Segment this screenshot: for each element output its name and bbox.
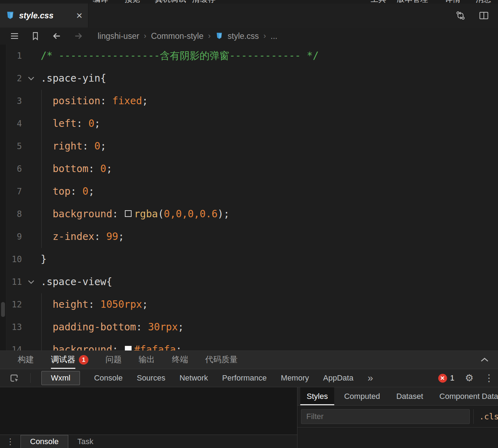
breadcrumb-icons <box>9 30 84 42</box>
menubar-item[interactable]: 工具 <box>371 0 386 4</box>
indent-guide <box>41 316 42 338</box>
token-prop: right <box>53 140 82 152</box>
more-options-icon[interactable]: ⋮ <box>484 373 494 383</box>
indent-guide <box>41 112 42 135</box>
token-plain: ; <box>106 163 112 175</box>
devtools-tab-console[interactable]: Console <box>94 373 123 383</box>
breadcrumb-item[interactable]: style.css <box>228 31 259 41</box>
token-plain: : <box>82 140 94 152</box>
code-line[interactable]: 14 background: #fafafa; <box>0 338 498 350</box>
panel-tab[interactable]: 调试器1 <box>51 351 88 369</box>
outline-list-icon[interactable] <box>9 31 20 41</box>
color-swatch[interactable] <box>125 346 132 350</box>
devtools-tab-memory[interactable]: Memory <box>281 373 309 383</box>
breadcrumb-item[interactable]: Common-style <box>151 31 203 41</box>
menubar-item[interactable]: 清缓存 <box>192 0 215 4</box>
code-line[interactable]: 2.space-yin{ <box>0 67 498 90</box>
code-text: bottom: 0; <box>0 158 498 180</box>
code-line[interactable]: 1/* -----------------含有阴影的弹窗------------… <box>0 45 498 67</box>
settings-gear-icon[interactable]: ⚙ <box>465 373 474 383</box>
color-swatch[interactable] <box>125 210 132 217</box>
split-editor-icon[interactable] <box>478 10 490 21</box>
fold-chevron-icon[interactable] <box>27 271 35 293</box>
drawer-menu-icon[interactable]: ⋮ <box>0 435 21 448</box>
token-plain: ; <box>94 118 100 129</box>
menubar-item[interactable]: 版本管理 <box>397 0 428 4</box>
code-line[interactable]: 11.space-view{ <box>0 271 498 293</box>
token-number: 99 <box>106 231 118 242</box>
styles-filter-input[interactable] <box>301 409 470 424</box>
token-plain <box>41 299 53 310</box>
menubar-item[interactable]: 真机调试 <box>155 0 186 4</box>
token-prop: bottom <box>53 163 88 175</box>
menubar-item[interactable]: 消息 <box>476 0 491 4</box>
code-line[interactable]: 6 bottom: 0; <box>0 158 498 180</box>
panel-tab[interactable]: 终端 <box>172 351 188 369</box>
token-plain: : <box>88 299 100 310</box>
navigate-back-icon[interactable] <box>51 30 62 42</box>
code-line[interactable]: 9 z-index: 99; <box>0 225 498 248</box>
inspect-element-icon[interactable] <box>9 373 20 383</box>
code-line[interactable]: 10} <box>0 248 498 271</box>
devtools-tab-wxml[interactable]: Wxml <box>41 371 80 385</box>
devtools-tab-network[interactable]: Network <box>179 373 208 383</box>
panel-tab[interactable]: 代码质量 <box>205 351 238 369</box>
token-plain: : <box>76 118 88 129</box>
code-line[interactable]: 5 right: 0; <box>0 135 498 158</box>
token-plain <box>41 321 53 333</box>
devtools-tab-appdata[interactable]: AppData <box>323 373 354 383</box>
code-line[interactable]: 4 left: 0; <box>0 112 498 135</box>
styles-tab-computed[interactable]: Computed <box>338 387 387 405</box>
breadcrumb-item[interactable]: lingshi-user <box>98 31 139 41</box>
styles-tab-dataset[interactable]: Dataset <box>390 387 429 405</box>
line-number: 13 <box>6 316 22 338</box>
navigate-forward-icon[interactable] <box>73 30 84 42</box>
devtools-tab-performance[interactable]: Performance <box>222 373 267 383</box>
drawer-tab-task[interactable]: Task <box>68 435 103 448</box>
token-plain: : <box>112 344 124 350</box>
open-changes-icon[interactable] <box>455 10 466 21</box>
code-text: .space-view{ <box>0 271 498 293</box>
code-line[interactable]: 12 height: 1050rpx; <box>0 293 498 316</box>
error-count: 1 <box>450 373 454 383</box>
token-plain: : <box>70 185 82 197</box>
token-number: 0 <box>100 163 106 175</box>
wxml-tree-area[interactable] <box>0 387 297 435</box>
more-tabs-icon[interactable]: » <box>367 372 373 384</box>
code-line[interactable]: 3 position: fixed; <box>0 90 498 112</box>
collapse-panel-icon[interactable] <box>479 351 490 369</box>
tabbar-actions <box>455 4 498 28</box>
menubar-item[interactable]: 预览 <box>124 0 140 4</box>
scroll-indicator[interactable] <box>1 302 5 317</box>
panel-tab[interactable]: 问题 <box>105 351 122 369</box>
code-line[interactable]: 8 background: rgba(0,0,0,0.6); <box>0 203 498 225</box>
breadcrumb-separator: › <box>144 31 146 41</box>
breadcrumb-item[interactable]: ... <box>271 31 277 41</box>
menubar-item[interactable]: 编译 <box>93 0 108 4</box>
panel-tab[interactable]: 输出 <box>139 351 155 369</box>
menubar-item[interactable]: 详情 <box>445 0 461 4</box>
code-editor[interactable]: 1/* -----------------含有阴影的弹窗------------… <box>0 45 498 350</box>
fold-chevron-icon[interactable] <box>27 67 35 90</box>
styles-tab-styles[interactable]: Styles <box>300 387 334 405</box>
code-line[interactable]: 7 top: 0; <box>0 180 498 203</box>
devtools-tab-sources[interactable]: Sources <box>137 373 166 383</box>
styles-tab-component-data[interactable]: Component Data <box>433 387 498 405</box>
drawer-tab-console[interactable]: Console <box>21 435 68 448</box>
console-drawer: ⋮ ConsoleTask <box>0 435 297 448</box>
code-line[interactable]: 13 padding-bottom: 30rpx; <box>0 316 498 338</box>
panel-tab[interactable]: 构建 <box>18 351 34 369</box>
token-number: 0 <box>88 118 94 129</box>
close-tab-icon[interactable]: × <box>76 10 82 21</box>
error-count-badge[interactable]: ✕ 1 <box>438 373 454 383</box>
token-prop: height <box>53 299 88 310</box>
token-plain: : <box>100 95 112 107</box>
code-text: z-index: 99; <box>0 225 498 248</box>
token-plain <box>41 140 53 152</box>
tab-style-css[interactable]: style.css × <box>0 4 88 28</box>
bookmark-icon[interactable] <box>30 31 40 41</box>
code-text: /* -----------------含有阴影的弹窗------------ … <box>0 45 498 67</box>
indent-guide <box>41 203 42 225</box>
toolbar-divider <box>30 373 31 383</box>
token-plain <box>41 185 53 197</box>
